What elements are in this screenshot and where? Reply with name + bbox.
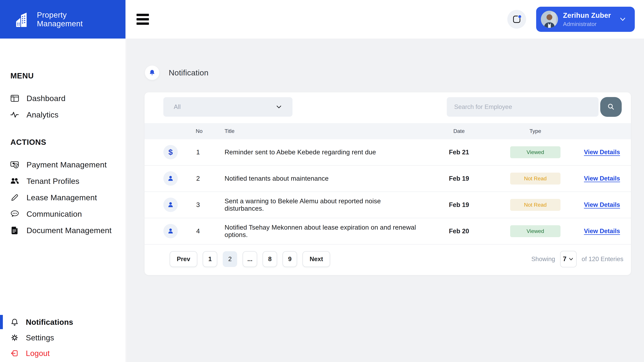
row-icon-wrap bbox=[163, 198, 178, 212]
search-group bbox=[447, 97, 622, 117]
page-button[interactable]: 9 bbox=[282, 251, 297, 267]
bell-icon bbox=[148, 69, 156, 76]
filter-selected-value: All bbox=[174, 103, 180, 110]
svg-text:$: $ bbox=[15, 165, 17, 168]
analytics-icon bbox=[10, 110, 19, 119]
sidebar-item-label: Dashboard bbox=[26, 94, 66, 103]
sidebar-item-label: Logout bbox=[26, 349, 50, 358]
document-icon bbox=[10, 226, 19, 235]
chevron-down-icon bbox=[275, 103, 283, 111]
hamburger-menu-button[interactable] bbox=[136, 14, 149, 25]
row-type: Not Read bbox=[498, 199, 573, 211]
person-icon bbox=[167, 201, 174, 209]
status-badge: Viewed bbox=[510, 146, 560, 158]
app-root: Property Management MENU Dashboard bbox=[0, 0, 644, 362]
notification-card: All No bbox=[144, 92, 631, 275]
page-header: Notification bbox=[145, 63, 644, 83]
table-row: 4 Notified Tsehay Mekonnen about lease e… bbox=[144, 218, 631, 245]
status-badge: Viewed bbox=[510, 225, 560, 237]
page-bell-icon-wrap bbox=[145, 65, 159, 80]
bell-icon bbox=[10, 318, 19, 326]
person-icon bbox=[167, 175, 174, 182]
sidebar-item-label: Communication bbox=[26, 209, 82, 219]
showing-summary: Showing 7 of 120 Enteries bbox=[531, 251, 623, 267]
entries-total-label: of 120 Enteries bbox=[582, 256, 623, 263]
row-number: 4 bbox=[186, 227, 214, 235]
next-page-button[interactable]: Next bbox=[302, 251, 330, 267]
payment-icon: $ bbox=[10, 160, 19, 169]
topbar-right-cluster: Zerihun Zuber Administrator bbox=[507, 7, 635, 32]
search-icon bbox=[606, 102, 616, 112]
sidebar-nav: MENU Dashboard Analytics ACTIONS bbox=[0, 38, 126, 314]
logout-icon bbox=[10, 349, 19, 358]
building-logo-icon bbox=[15, 11, 33, 28]
status-badge: Not Read bbox=[510, 199, 560, 211]
page-size-select[interactable]: 7 bbox=[560, 251, 576, 267]
page-button[interactable]: 2 bbox=[223, 251, 237, 267]
row-date: Feb 20 bbox=[420, 228, 498, 235]
notification-status-button[interactable] bbox=[507, 10, 526, 29]
sidebar-item-label: Analytics bbox=[26, 110, 58, 119]
row-number: 1 bbox=[186, 148, 214, 156]
row-icon-wrap bbox=[163, 171, 178, 186]
main-content: Notification All bbox=[126, 38, 644, 362]
pagination-controls: Prev 1 2 ... 8 9 Next bbox=[170, 251, 330, 267]
sidebar-item-lease-management[interactable]: Lease Management bbox=[10, 189, 126, 206]
row-title: Notified Tsehay Mekonnen about lease exp… bbox=[214, 224, 420, 239]
row-title: Notified tenants about maintenance bbox=[214, 175, 420, 182]
dashboard-icon bbox=[10, 94, 19, 103]
row-icon-wrap: $ bbox=[163, 145, 178, 159]
sidebar-item-document-management[interactable]: Document Management bbox=[10, 222, 126, 239]
menu-heading: MENU bbox=[10, 71, 126, 80]
sidebar-item-notifications[interactable]: Notifications bbox=[0, 314, 126, 330]
search-button[interactable] bbox=[600, 97, 622, 117]
table-row: 2 Notified tenants about maintenance Feb… bbox=[144, 166, 631, 192]
sidebar-footer: Notifications Settings bbox=[0, 314, 126, 362]
sidebar-item-logout[interactable]: Logout bbox=[0, 346, 126, 361]
row-action: View Details bbox=[573, 149, 631, 156]
column-header-date: Date bbox=[420, 128, 498, 134]
avatar-photo bbox=[541, 11, 558, 28]
avatar bbox=[541, 11, 558, 28]
status-badge: Not Read bbox=[510, 173, 560, 185]
view-details-link[interactable]: View Details bbox=[584, 228, 620, 234]
chevron-down-icon bbox=[619, 15, 626, 23]
type-filter-select[interactable]: All bbox=[163, 97, 292, 117]
row-date: Feb 21 bbox=[420, 149, 498, 156]
sidebar-item-analytics[interactable]: Analytics bbox=[10, 106, 126, 123]
row-number: 2 bbox=[186, 175, 214, 182]
sidebar-item-settings[interactable]: Settings bbox=[0, 330, 126, 346]
row-action: View Details bbox=[573, 175, 631, 182]
row-type: Viewed bbox=[498, 146, 573, 158]
brand-name: Property Management bbox=[37, 10, 83, 28]
row-action: View Details bbox=[573, 201, 631, 208]
search-input[interactable] bbox=[447, 97, 598, 117]
rounded-square-badge-icon bbox=[512, 14, 522, 24]
view-details-link[interactable]: View Details bbox=[584, 149, 620, 156]
view-details-link[interactable]: View Details bbox=[584, 175, 620, 182]
page-size-value: 7 bbox=[563, 255, 566, 263]
actions-heading: ACTIONS bbox=[10, 138, 126, 147]
sidebar: Property Management MENU Dashboard bbox=[0, 0, 126, 362]
sidebar-item-dashboard[interactable]: Dashboard bbox=[10, 90, 126, 106]
sidebar-item-tenant-profiles[interactable]: Tenant Profiles bbox=[10, 173, 126, 189]
chat-bubble-icon bbox=[10, 210, 19, 218]
view-details-link[interactable]: View Details bbox=[584, 201, 620, 208]
column-header-type: Type bbox=[498, 128, 573, 134]
column-header-no: No bbox=[186, 128, 214, 134]
row-title: Sent a warning to Bekele Alemu about rep… bbox=[214, 197, 420, 212]
page-ellipsis-button[interactable]: ... bbox=[243, 251, 257, 267]
sidebar-item-label: Document Management bbox=[26, 226, 112, 235]
page-title: Notification bbox=[169, 68, 208, 77]
sidebar-item-label: Payment Management bbox=[26, 160, 107, 169]
sidebar-item-label: Notifications bbox=[26, 318, 73, 327]
page-button[interactable]: 8 bbox=[263, 251, 277, 267]
page-button[interactable]: 1 bbox=[203, 251, 217, 267]
sidebar-item-label: Settings bbox=[26, 333, 54, 342]
card-toolbar: All bbox=[144, 92, 631, 121]
sidebar-item-payment-management[interactable]: $ Payment Management bbox=[10, 156, 126, 173]
user-profile-chip[interactable]: Zerihun Zuber Administrator bbox=[536, 7, 635, 32]
person-icon bbox=[167, 227, 174, 235]
sidebar-item-communication[interactable]: Communication bbox=[10, 206, 126, 222]
prev-page-button[interactable]: Prev bbox=[170, 251, 197, 267]
